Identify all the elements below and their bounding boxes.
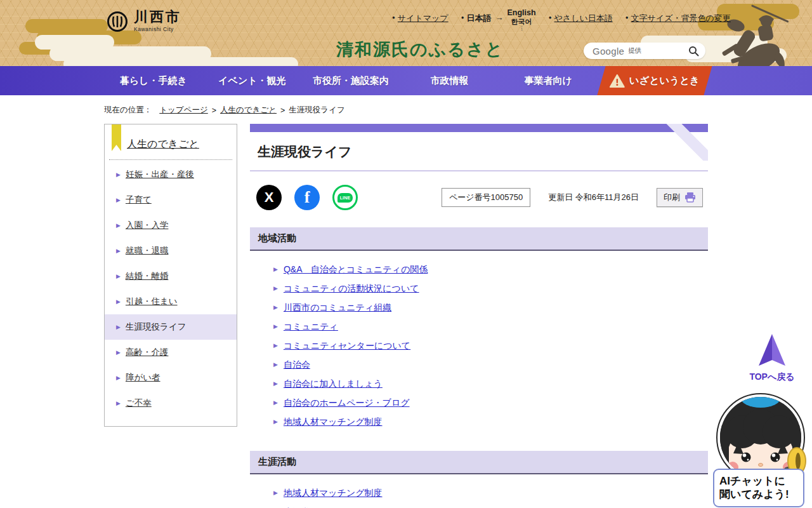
breadcrumb-life-events[interactable]: 人生のできごと <box>220 105 277 116</box>
content-link[interactable]: コミュニティの活動状況について <box>284 283 419 294</box>
nav-item-living[interactable]: 暮らし・手続き <box>104 66 203 95</box>
title-accent-bar <box>250 124 708 132</box>
main-content: 生涯現役ライフ X f LINE ページ番号1005750 更新日 令和6年11… <box>250 124 708 508</box>
link-item: ▶ コミュニティセンターについて <box>273 340 708 351</box>
search-input[interactable]: Google 提供 <box>584 43 705 59</box>
sidebar-item-moving[interactable]: ▶ 引越・住まい <box>105 289 237 314</box>
content-link[interactable]: 自治会 <box>284 359 310 370</box>
language-current: 日本語 <box>467 13 492 24</box>
easy-japanese-link[interactable]: ● やさしい日本語 <box>549 13 613 24</box>
link-item: ▶ 地域人材マッチング制度 <box>273 417 708 427</box>
sidebar-item-elderly[interactable]: ▶ 高齢・介護 <box>105 340 237 365</box>
city-logo[interactable]: 川西市 Kawanishi City <box>107 10 181 32</box>
breadcrumb-separator: > <box>212 106 216 115</box>
content-link[interactable]: 自治会に加入しましょう <box>284 378 383 389</box>
triangle-icon: ▶ <box>116 171 121 178</box>
language-options[interactable]: English 한국어 ⋮ <box>508 9 536 32</box>
nav-item-events[interactable]: イベント・観光 <box>203 66 302 95</box>
content-link[interactable]: 自治会のホームページ・ブログ <box>284 398 410 408</box>
page-title: 生涯現役ライフ <box>258 143 708 161</box>
ai-chat-mascot-button[interactable]: AIチャットに 聞いてみよう! <box>713 390 808 507</box>
triangle-icon: ▶ <box>273 302 278 313</box>
x-share-icon[interactable]: X <box>256 185 282 210</box>
main-navigation: 暮らし・手続き イベント・観光 市役所・施設案内 市政情報 事業者向け いざとい… <box>0 66 812 95</box>
text-size-link[interactable]: ● 文字サイズ・背景色の変更 <box>625 13 731 24</box>
triangle-icon: ▶ <box>116 248 121 254</box>
city-name: 川西市 <box>134 10 181 24</box>
city-name-en: Kawanishi City <box>134 26 181 32</box>
line-share-icon[interactable]: LINE <box>332 185 358 210</box>
triangle-icon: ▶ <box>273 378 278 389</box>
warning-icon <box>610 74 625 88</box>
triangle-icon: ▶ <box>116 324 121 330</box>
divider <box>109 159 232 160</box>
printer-icon <box>684 192 696 203</box>
bookmark-ribbon-icon <box>112 124 121 151</box>
link-item: ▶ 自治会に加入しましょう <box>273 378 708 389</box>
link-item: ▶ 川西市のコミュニティ組織 <box>273 302 708 313</box>
bullet-icon: ● <box>392 15 395 20</box>
content-link[interactable]: 地域人材マッチング制度 <box>284 417 383 427</box>
section-heading: 地域活動 <box>250 227 708 251</box>
triangle-icon: ▶ <box>116 273 121 279</box>
triangle-icon: ▶ <box>273 340 278 351</box>
sidebar-item-employment[interactable]: ▶ 就職・退職 <box>105 238 237 264</box>
link-item: ▶ コミュニティの活動状況について <box>273 283 708 294</box>
updated-date: 更新日 令和6年11月26日 <box>548 192 639 203</box>
breadcrumb: 現在の位置： トップページ > 人生のできごと > 生涯現役ライフ <box>104 105 708 116</box>
link-item: ▶ 自治会 <box>273 359 708 370</box>
social-share: X f LINE <box>256 185 358 210</box>
link-item: ▶ コミュニティ <box>273 321 708 332</box>
page-number-badge: ページ番号1005750 <box>442 188 530 207</box>
triangle-icon: ▶ <box>273 417 278 427</box>
link-item: ▶ 自治会のホームページ・ブログ <box>273 398 708 408</box>
back-to-top-button[interactable]: TOPへ戻る <box>745 334 799 383</box>
facebook-share-icon[interactable]: f <box>294 185 320 210</box>
breadcrumb-separator: > <box>280 106 285 115</box>
content-link[interactable]: 川西市のコミュニティ組織 <box>284 302 391 313</box>
sidebar-item-childcare[interactable]: ▶ 子育て <box>105 187 237 213</box>
nav-item-emergency[interactable]: いざというとき <box>597 66 712 95</box>
sidebar-title: 人生のできごと <box>127 138 229 151</box>
sidebar-item-pregnancy[interactable]: ▶ 妊娠・出産・産後 <box>105 162 237 187</box>
bullet-icon: ● <box>549 15 552 20</box>
content-link[interactable]: 地域人材マッチング制度 <box>284 488 383 498</box>
triangle-icon: ▶ <box>116 222 121 229</box>
sitemap-link[interactable]: ● サイトマップ <box>392 13 449 24</box>
pyramid-up-icon <box>759 334 785 366</box>
nav-item-cityinfo[interactable]: 市政情報 <box>400 66 499 95</box>
content-link[interactable]: コミュニティセンターについて <box>284 340 410 351</box>
sidebar: 人生のできごと ▶ 妊娠・出産・産後 ▶ 子育て ▶ 入園・入学 ▶ 就職・退職… <box>104 124 237 427</box>
section-community-activities: 地域活動 ▶ Q&A 自治会とコミュニティの関係 ▶ コミュニティの活動状況につ… <box>250 227 708 427</box>
section-heading: 生涯活動 <box>250 451 708 474</box>
samurai-statue-image <box>713 0 790 66</box>
sidebar-item-school[interactable]: ▶ 入園・入学 <box>105 213 237 238</box>
city-crest-icon <box>107 11 128 32</box>
page-meta-row: X f LINE ページ番号1005750 更新日 令和6年11月26日 印刷 <box>250 185 708 210</box>
language-switcher[interactable]: ● 日本語 → English 한국어 ⋮ <box>461 13 536 32</box>
triangle-icon: ▶ <box>273 283 278 294</box>
breadcrumb-home[interactable]: トップページ <box>159 105 207 116</box>
site-header: 川西市 Kawanishi City ● サイトマップ ● 日本語 → Engl… <box>0 0 812 66</box>
triangle-icon: ▶ <box>116 197 121 203</box>
triangle-icon: ▶ <box>273 321 278 332</box>
triangle-icon: ▶ <box>116 349 121 356</box>
content-link[interactable]: Q&A 自治会とコミュニティの関係 <box>284 264 428 275</box>
triangle-icon: ▶ <box>116 375 121 381</box>
sidebar-item-marriage[interactable]: ▶ 結婚・離婚 <box>105 264 237 289</box>
more-dots-icon: ⋮ <box>519 25 524 32</box>
triangle-icon: ▶ <box>273 264 278 275</box>
nav-item-business[interactable]: 事業者向け <box>499 66 598 95</box>
site-tagline: 清和源氏のふるさと <box>336 38 504 61</box>
sidebar-item-bereavement[interactable]: ▶ ご不幸 <box>105 391 237 416</box>
print-button[interactable]: 印刷 <box>657 188 703 207</box>
sidebar-item-disability[interactable]: ▶ 障がい者 <box>105 365 237 391</box>
section-lifelong-activities: 生涯活動 ▶ 地域人材マッチング制度 ▶ 生涯学習アカデミー ▶ 公民館 <box>250 451 708 508</box>
content-link[interactable]: コミュニティ <box>284 321 338 332</box>
nav-item-cityhall[interactable]: 市役所・施設案内 <box>301 66 400 95</box>
utility-links: ● サイトマップ ● 日本語 → English 한국어 ⋮ ● やさしい日本語… <box>392 13 731 32</box>
google-logo: Google <box>593 46 624 57</box>
search-icon[interactable] <box>688 46 699 57</box>
triangle-icon: ▶ <box>273 359 278 370</box>
link-item: ▶ 地域人材マッチング制度 <box>273 488 708 498</box>
